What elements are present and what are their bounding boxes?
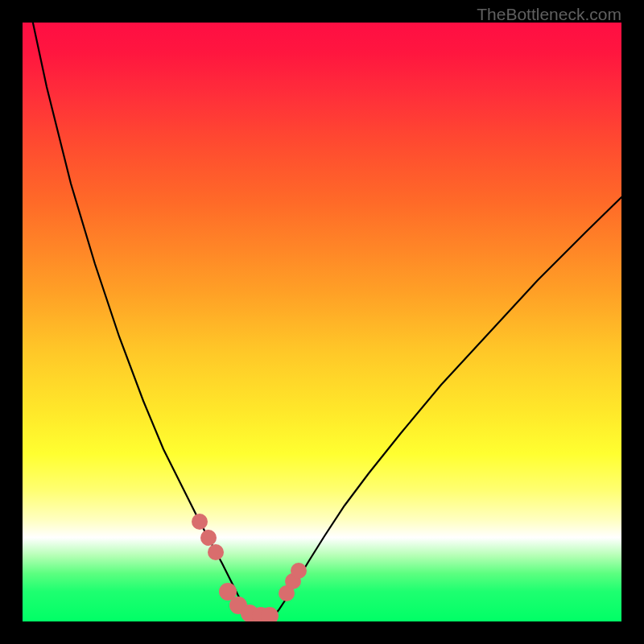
data-marker [200, 530, 217, 546]
data-marker [192, 514, 208, 530]
curve-right [272, 197, 621, 618]
data-markers [192, 514, 307, 621]
chart-svg [23, 23, 621, 621]
data-marker [208, 544, 224, 560]
data-marker [291, 563, 307, 579]
curve-left [23, 23, 260, 620]
watermark-text: TheBottleneck.com [477, 5, 621, 24]
